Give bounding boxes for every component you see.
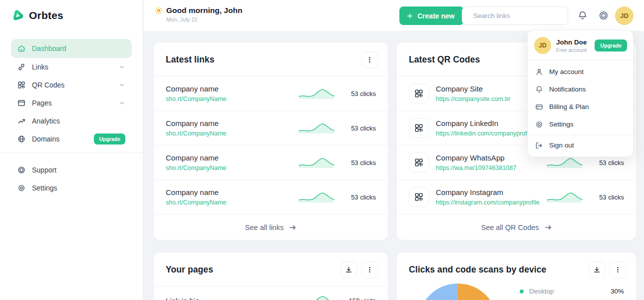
greeting-block: Good morning, John Mon, July 22 <box>155 6 242 22</box>
link-row[interactable]: Company namesho.rt/CompanyName 53 clicks <box>154 180 388 214</box>
brand-logo-icon <box>11 8 25 22</box>
sidebar-item-dashboard[interactable]: Dashboard <box>11 39 132 58</box>
menu-item-notifications[interactable]: Notifications <box>528 80 633 98</box>
kebab-menu-icon <box>366 266 373 274</box>
download-button[interactable] <box>340 262 357 278</box>
menu-item-label: Billing & Plan <box>549 103 589 110</box>
download-button[interactable] <box>589 262 605 278</box>
menu-item-sign-out[interactable]: Sign out <box>528 136 633 154</box>
sidebar-item-domains[interactable]: Domains Upgrade <box>11 130 132 148</box>
upgrade-badge[interactable]: Upgrade <box>94 134 125 144</box>
menu-item-billing[interactable]: Billing & Plan <box>528 98 633 116</box>
kebab-menu-icon <box>366 56 373 64</box>
sidebar-item-settings[interactable]: Settings <box>11 179 132 197</box>
user-name: John Doe <box>556 38 587 46</box>
short-link[interactable]: sho.rt/CompanyName <box>166 199 298 206</box>
legend-value: 30% <box>611 288 624 295</box>
devices-chart-card: Clicks and code scans by device Desktop … <box>397 252 636 300</box>
sidebar-item-label: Analytics <box>32 117 60 125</box>
card-title: Your pages <box>166 264 213 275</box>
short-link[interactable]: sho.rt/CompanyName <box>166 96 298 102</box>
page-row[interactable]: Link in bio 159 visits <box>154 286 388 300</box>
sidebar-item-support[interactable]: Support <box>11 161 132 179</box>
download-icon <box>593 266 601 274</box>
card-menu-button[interactable] <box>610 262 626 278</box>
person-icon <box>535 68 543 76</box>
chevron-down-icon <box>118 82 125 88</box>
download-icon <box>345 266 352 274</box>
sign-out-icon <box>535 142 543 150</box>
link-row[interactable]: Company namesho.rt/CompanyName 53 clicks <box>154 146 388 180</box>
home-icon <box>17 44 25 52</box>
trending-up-icon <box>17 117 25 125</box>
qr-code-icon <box>414 124 423 132</box>
card-title: Latest QR Codes <box>409 54 480 65</box>
clicks-count: 53 clicks <box>348 194 376 201</box>
help-button[interactable] <box>599 10 609 20</box>
search-box[interactable] <box>462 6 568 25</box>
create-new-button[interactable]: Create new <box>399 6 464 25</box>
brand-logo[interactable]: Orbtes <box>0 0 143 22</box>
greeting-date: Mon, July 22 <box>166 16 242 22</box>
legend-item-desktop: Desktop 30% <box>520 288 624 295</box>
avatar: JD <box>534 37 551 54</box>
sidebar-item-label: QR Codes <box>32 81 64 89</box>
your-pages-card: Your pages Link in bio 159 visits <box>154 252 388 300</box>
link-row[interactable]: Company namesho.rt/CompanyName 53 clicks <box>154 76 388 111</box>
link-row[interactable]: Company namesho.rt/CompanyName 53 clicks <box>154 111 388 146</box>
short-link[interactable]: sho.rt/CompanyName <box>166 130 298 137</box>
brand-name: Orbtes <box>29 10 63 22</box>
menu-item-my-account[interactable]: My account <box>528 63 633 80</box>
gear-icon <box>535 120 543 128</box>
qr-url[interactable]: https://wa.me/109746381087 <box>436 164 546 172</box>
card-menu-button[interactable] <box>361 52 378 68</box>
browser-window-icon <box>17 99 25 107</box>
avatar[interactable]: JD <box>615 6 634 25</box>
sparkline-chart <box>298 156 335 170</box>
user-plan: Free account <box>556 47 587 53</box>
sidebar: Orbtes Dashboard Links QR Codes Pages An… <box>0 0 143 300</box>
upgrade-button[interactable]: Upgrade <box>595 40 627 52</box>
chevron-down-icon <box>118 64 125 70</box>
card-title: Latest links <box>166 54 214 65</box>
sidebar-item-label: Domains <box>32 135 59 143</box>
chevron-down-icon <box>118 100 125 106</box>
top-header: Good morning, John Mon, July 22 Create n… <box>144 0 644 32</box>
menu-separator <box>528 134 633 135</box>
globe-icon <box>17 135 25 143</box>
sparkline-chart <box>298 294 335 300</box>
short-link[interactable]: sho.rt/CompanyName <box>166 164 298 172</box>
see-all-label: See all QR Codes <box>481 224 539 232</box>
lifebuoy-icon <box>17 166 25 174</box>
sidebar-item-label: Support <box>32 166 56 174</box>
qr-name: Company Instagram <box>436 188 546 196</box>
sidebar-item-links[interactable]: Links <box>11 58 132 76</box>
arrow-right-icon <box>289 224 297 232</box>
create-new-label: Create new <box>417 12 455 20</box>
bell-icon <box>578 10 588 20</box>
sidebar-item-label: Dashboard <box>32 44 66 52</box>
menu-item-label: Notifications <box>549 86 586 93</box>
see-all-qr-codes-link[interactable]: See all QR Codes <box>397 214 636 240</box>
card-menu-button[interactable] <box>361 262 378 278</box>
sidebar-item-pages[interactable]: Pages <box>11 94 132 112</box>
qr-code-icon <box>414 192 423 202</box>
sun-icon <box>155 6 163 14</box>
see-all-label: See all links <box>245 224 284 232</box>
gear-icon <box>17 184 25 192</box>
search-input[interactable] <box>473 12 562 20</box>
qr-url[interactable]: https://instagram.com/companyprofile <box>436 199 546 206</box>
see-all-links-link[interactable]: See all links <box>154 214 388 240</box>
clicks-count: 53 clicks <box>348 90 376 98</box>
qr-row[interactable]: Company Instagramhttps://instagram.com/c… <box>397 180 636 214</box>
notifications-button[interactable] <box>578 10 588 20</box>
sidebar-item-qr-codes[interactable]: QR Codes <box>11 76 132 94</box>
clicks-count: 53 clicks <box>596 194 624 201</box>
sidebar-item-analytics[interactable]: Analytics <box>11 112 132 130</box>
menu-item-settings[interactable]: Settings <box>528 116 633 133</box>
plus-icon <box>406 12 413 20</box>
kebab-menu-icon <box>614 266 622 274</box>
link-name: Company name <box>166 119 298 128</box>
link-name: Company name <box>166 154 298 162</box>
sparkline-chart <box>298 121 335 135</box>
